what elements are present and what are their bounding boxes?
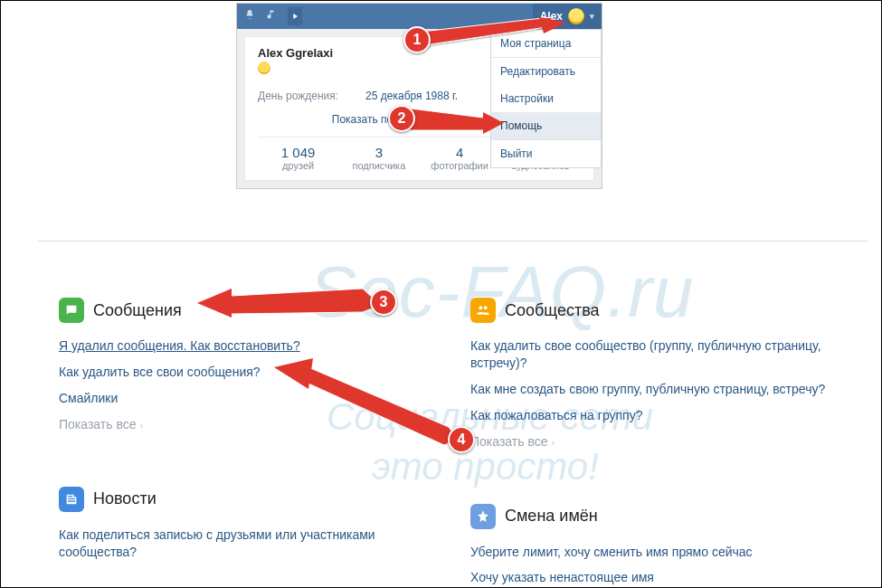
chevron-right-icon: › [139,420,143,431]
annotation-badge-2: 2 [388,105,415,132]
show-all-communities[interactable]: Показать все› [470,434,555,449]
chevron-down-icon: ▾ [590,12,594,21]
faq-link[interactable]: Смайлики [59,390,434,407]
annotation-badge-4: 4 [448,426,475,453]
faq-link[interactable]: Как пожаловаться на группу? [470,407,846,424]
bell-icon[interactable] [244,8,255,24]
dd-help[interactable]: Помощь [491,112,601,139]
stat-photos[interactable]: 4 фотографии [420,138,500,180]
faq-link[interactable]: Я удалил сообщения. Как восстановить? [59,337,434,355]
header-username: Alex [540,10,563,23]
dd-settings[interactable]: Настройки [491,85,601,112]
birthday-label: День рождения: [258,90,338,102]
section-communities: Сообщества [470,298,846,323]
faq-link[interactable]: Как удалить свое сообщество (группу, пуб… [470,337,846,372]
header-user-menu[interactable]: Alex ▾ [533,4,602,29]
dd-edit[interactable]: Редактировать [491,58,601,85]
vk-header: Alex ▾ [237,4,602,29]
faq-link[interactable]: Уберите лимит, хочу сменить имя прямо се… [470,544,846,561]
news-icon [59,487,84,512]
dd-my-page[interactable]: Моя страница [491,30,601,57]
section-news: Новости [59,487,434,512]
star-icon [470,504,496,529]
annotation-badge-3: 3 [370,289,397,316]
birthday-value[interactable]: 25 декабря 1988 г. [365,90,458,102]
show-all-messages[interactable]: Показать все› [59,417,143,432]
stat-friends[interactable]: 1 049 друзей [258,138,338,180]
status-emoji-icon [258,62,270,74]
faq-link[interactable]: Как удалить все свои сообщения? [59,364,434,381]
faq-link[interactable]: Хочу указать ненастоящее имя [470,569,846,585]
faq-link[interactable]: Как поделиться записью с друзьями или уч… [59,526,434,561]
play-icon[interactable] [288,7,302,25]
user-dropdown: Моя страница Редактировать Настройки Пом… [490,29,602,168]
avatar [568,8,584,24]
message-icon [59,298,84,323]
communities-icon [470,298,496,323]
faq-link[interactable]: Как мне создать свою группу, публичную с… [470,381,846,398]
music-icon[interactable] [266,8,277,24]
faq-panel: Soc-FAQ.ru Социальные сети это просто! С… [37,241,868,585]
chevron-right-icon: › [551,437,555,448]
annotation-badge-1: 1 [403,26,431,53]
section-names: Смена имён [470,504,846,529]
stat-followers[interactable]: 3 подписчика [338,138,419,180]
dd-logout[interactable]: Выйти [491,140,601,167]
